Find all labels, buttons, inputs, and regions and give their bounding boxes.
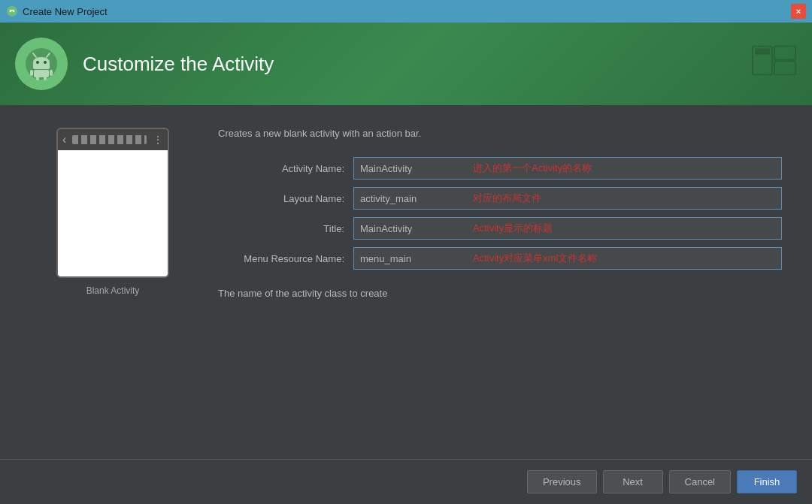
menu-resource-value: menu_main [354,249,467,268]
phone-screen [58,150,168,278]
android-icon [15,38,68,90]
field-menu-resource[interactable]: menu_main Activity对应菜单xml文件名称 [353,247,782,270]
header-title: Customize the Activity [83,53,274,76]
label-layout-name: Layout Name: [218,193,353,204]
label-title: Title: [218,223,353,234]
title-bar-left: Create New Project [6,5,108,17]
previous-button[interactable]: Previous [527,470,597,493]
svg-rect-15 [774,47,795,60]
phone-top-bar: ‹ ⋮ [58,129,168,150]
right-panel: Creates a new blank activity with an act… [218,120,782,444]
phone-menu-icon: ⋮ [153,134,163,146]
svg-point-2 [13,10,14,11]
footer: Previous Next Cancel Finish [0,459,812,504]
field-title[interactable]: MainActivity Activity显示的标题 [353,217,782,240]
svg-rect-12 [44,77,47,80]
svg-rect-9 [30,70,33,76]
preview-label: Blank Activity [86,285,140,296]
svg-rect-8 [34,70,49,77]
header-banner: Customize the Activity [0,23,812,105]
svg-rect-14 [755,49,770,55]
next-button[interactable]: Next [603,470,663,493]
menu-resource-hint: Activity对应菜单xml文件名称 [467,248,781,269]
svg-point-6 [36,61,39,64]
help-text: The name of the activity class to create [218,288,782,299]
svg-point-0 [7,6,17,17]
title-hint: Activity显示的标题 [467,218,781,239]
form-grid: Activity Name: MainActivity 进入的第一个Activi… [218,157,782,270]
description-text: Creates a new blank activity with an act… [218,128,782,139]
app-icon [6,5,18,17]
main-content: ‹ ⋮ Blank Activity Creates a new blank a… [0,105,812,459]
window-title: Create New Project [23,6,108,17]
layout-name-value: activity_main [354,189,467,208]
svg-rect-16 [774,62,795,75]
phone-mockup: ‹ ⋮ [56,128,169,278]
title-value: MainActivity [354,219,467,238]
activity-name-hint: 进入的第一个Activity的名称 [467,158,781,179]
finish-button[interactable]: Finish [737,470,797,493]
field-layout-name[interactable]: activity_main 对应的布局文件 [353,187,782,210]
svg-rect-11 [36,77,39,80]
cancel-button[interactable]: Cancel [669,470,731,493]
svg-rect-10 [50,70,53,76]
svg-point-7 [44,61,47,64]
title-bar: Create New Project × [0,0,812,23]
layout-icon [752,46,797,83]
phone-title-area [72,135,147,144]
svg-point-1 [10,10,11,11]
close-button[interactable]: × [791,4,806,19]
layout-name-hint: 对应的布局文件 [467,188,781,209]
label-activity-name: Activity Name: [218,163,353,174]
activity-name-value: MainActivity [354,159,467,178]
android-logo-svg [24,47,59,81]
field-activity-name[interactable]: MainActivity 进入的第一个Activity的名称 [353,157,782,180]
left-panel: ‹ ⋮ Blank Activity [30,120,195,444]
label-menu-resource: Menu Resource Name: [218,253,353,264]
phone-back-icon: ‹ [62,133,66,146]
